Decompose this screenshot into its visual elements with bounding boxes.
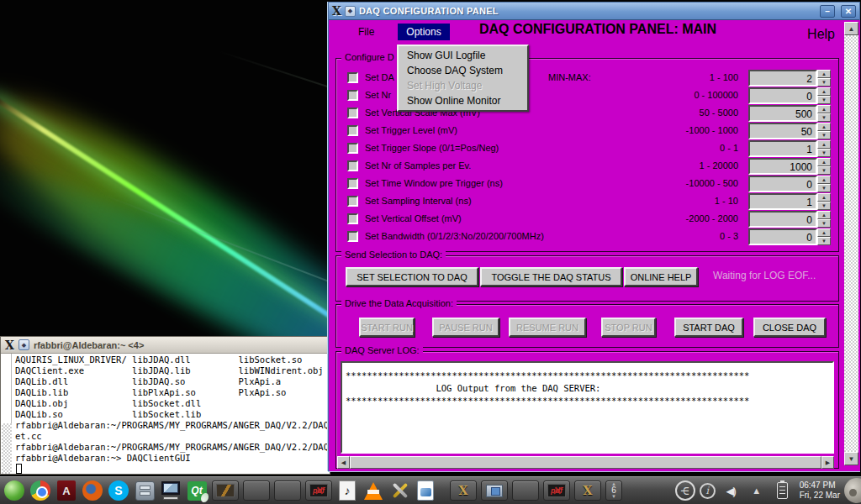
checkbox[interactable] <box>347 125 358 136</box>
start-run-button[interactable]: START RUN <box>359 318 415 337</box>
scroll-up-icon[interactable]: ▲ <box>844 22 858 35</box>
close-daq-button[interactable]: CLOSE DAQ <box>753 318 826 337</box>
spin-up-icon[interactable]: ▲ <box>817 211 831 219</box>
checkbox[interactable] <box>347 90 358 101</box>
spin-up-icon[interactable]: ▲ <box>817 158 831 166</box>
spin-down-icon[interactable]: ▼ <box>817 184 831 192</box>
stop-run-button[interactable]: STOP RUN <box>601 318 656 337</box>
checkbox[interactable] <box>347 178 358 189</box>
close-button[interactable]: ✕ <box>841 5 856 18</box>
spin-down-icon[interactable]: ▼ <box>817 237 831 245</box>
value-spinbox[interactable]: 1 <box>748 193 817 210</box>
daq-window-menu-button[interactable]: ◆ <box>345 6 356 17</box>
spin-up-icon[interactable]: ▲ <box>817 70 831 78</box>
online-help-button[interactable]: ONLINE HELP <box>624 267 698 286</box>
daq-titlebar[interactable]: X ◆ DAQ CONFIGURATION PANEL – ✕ <box>329 3 859 20</box>
value-spinbox[interactable]: 1000 <box>748 158 817 175</box>
value-spinbox[interactable]: 0 <box>748 87 817 104</box>
log-output-area[interactable]: ****************************************… <box>341 361 834 454</box>
firefox-launcher-icon[interactable] <box>82 480 103 501</box>
window-vertical-scrollbar[interactable]: ▲ ▼ <box>844 22 858 465</box>
vscroll-track[interactable] <box>844 35 858 452</box>
music-launcher-icon[interactable]: ♪ <box>336 480 358 501</box>
set-selection-to-daq-button[interactable]: SET SELECTION TO DAQ <box>346 267 478 286</box>
spin-up-icon[interactable]: ▲ <box>817 87 831 96</box>
value-spinbox[interactable]: 2 <box>748 70 817 87</box>
menu-options[interactable]: Options <box>398 24 449 40</box>
x11-window-button[interactable]: X <box>450 480 477 501</box>
checkbox[interactable] <box>347 143 358 154</box>
skype-launcher-icon[interactable]: S <box>108 480 129 501</box>
terminal-output[interactable]: AQUIRIS_LINUX_DRIVER/ libJDAQ.dll libSoc… <box>1 354 330 474</box>
spin-down-icon[interactable]: ▼ <box>817 113 831 122</box>
value-spinbox[interactable]: 1 <box>748 140 817 157</box>
libreoffice-launcher-icon[interactable] <box>415 480 436 501</box>
workspace-pager[interactable]: ▲ 6 ▼ <box>605 480 622 501</box>
battery-tray-icon[interactable] <box>772 480 794 501</box>
moon-tray-icon[interactable] <box>844 478 861 503</box>
vlc-launcher-icon[interactable] <box>362 480 384 501</box>
value-spinbox[interactable]: 500 <box>748 105 817 122</box>
pdf-window-button[interactable]: pdf <box>305 480 332 501</box>
toggle-daq-status-button[interactable]: TOGGLE THE DAQ STATUS <box>480 267 622 286</box>
spin-down-icon[interactable]: ▼ <box>817 166 831 175</box>
spin-up-icon[interactable]: ▲ <box>817 193 831 202</box>
image-window-button[interactable] <box>212 480 239 501</box>
spin-up-icon[interactable]: ▲ <box>817 105 831 113</box>
checkbox[interactable] <box>347 108 358 118</box>
scroll-right-icon[interactable]: ▶ <box>821 456 834 469</box>
menu-item-choose-daq-system[interactable]: Choose DAQ System <box>399 63 527 78</box>
pdf-window-button[interactable]: pdf <box>543 480 570 501</box>
value-spinbox[interactable]: 50 <box>748 123 817 139</box>
spin-down-icon[interactable]: ▼ <box>817 96 831 104</box>
log-hscroll-thumb[interactable] <box>350 456 821 469</box>
value-spinbox[interactable]: 0 <box>748 228 817 245</box>
window-button[interactable] <box>243 480 270 501</box>
window-button[interactable] <box>512 480 539 501</box>
computer-launcher-icon[interactable] <box>160 480 182 501</box>
terminal-window-menu-button[interactable]: ◆ <box>18 339 29 350</box>
checkbox[interactable] <box>347 72 358 83</box>
spin-up-icon[interactable]: ▲ <box>817 123 831 131</box>
spin-up-icon[interactable]: ▲ <box>817 176 831 184</box>
spin-down-icon[interactable]: ▼ <box>817 149 831 157</box>
opensuse-launcher-icon[interactable] <box>3 480 25 501</box>
checkbox[interactable] <box>347 213 358 224</box>
checkbox[interactable] <box>347 231 358 242</box>
spin-down-icon[interactable]: ▼ <box>817 131 831 139</box>
clock[interactable]: 06:47 PM Fri, 22 Mar <box>800 480 840 501</box>
spin-up-icon[interactable]: ▲ <box>817 140 831 149</box>
log-horizontal-scrollbar[interactable]: ◀ ▶ <box>337 456 834 469</box>
minimize-button[interactable]: – <box>820 5 835 18</box>
x11-window-button[interactable]: X <box>574 480 601 501</box>
terminal-titlebar[interactable]: X ◆ rfabbri@Aldebaran:~ <4> <box>1 337 330 354</box>
window-button[interactable] <box>274 480 301 501</box>
scroll-left-icon[interactable]: ◀ <box>337 456 350 469</box>
daq-configuration-window[interactable]: X ◆ DAQ CONFIGURATION PANEL – ✕ File Opt… <box>328 2 860 471</box>
menu-item-show-online-monitor[interactable]: Show Online Monitor <box>399 93 527 108</box>
resume-run-button[interactable]: RESUME RUN <box>509 318 586 337</box>
menu-item-show-gui-logfile[interactable]: Show GUI Logfile <box>399 48 527 63</box>
terminal-scrollbar[interactable] <box>2 354 12 474</box>
pause-run-button[interactable]: PAUSE RUN <box>432 318 499 337</box>
terminal-scrollbar-thumb[interactable] <box>2 423 12 474</box>
value-spinbox[interactable]: 0 <box>748 176 817 192</box>
info-tray-icon[interactable]: i <box>700 483 716 499</box>
spin-up-icon[interactable]: ▲ <box>817 228 831 237</box>
qt-launcher-icon[interactable]: Qt <box>186 480 208 501</box>
acrobat-launcher-icon[interactable]: A <box>55 480 77 501</box>
checkbox[interactable] <box>347 196 358 207</box>
menu-file[interactable]: File <box>350 24 383 40</box>
start-daq-button[interactable]: START DAQ <box>674 318 743 337</box>
explorer-window-button[interactable] <box>481 480 508 501</box>
usb-tray-icon[interactable]: Ψ <box>675 480 695 501</box>
spin-down-icon[interactable]: ▼ <box>817 78 831 87</box>
scroll-down-icon[interactable]: ▼ <box>844 452 858 465</box>
tools-launcher-icon[interactable] <box>388 480 410 501</box>
volume-tray-icon[interactable]: ◀) <box>720 480 742 501</box>
file-cabinet-launcher-icon[interactable] <box>134 480 156 501</box>
tray-expand-icon[interactable]: ▲ <box>746 480 768 501</box>
value-spinbox[interactable]: 0 <box>748 211 817 228</box>
spin-down-icon[interactable]: ▼ <box>817 219 831 228</box>
menu-help[interactable]: Help <box>799 24 843 45</box>
